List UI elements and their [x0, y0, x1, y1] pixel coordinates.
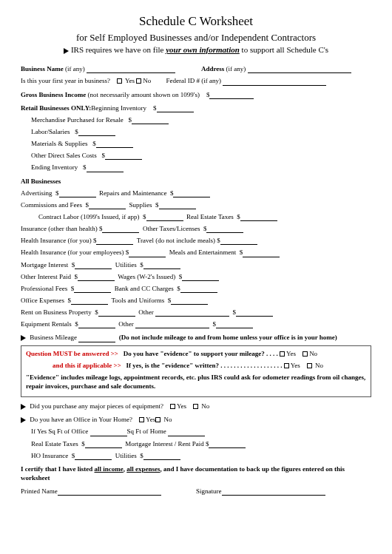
input-other-direct[interactable]: [105, 153, 142, 160]
input-repairs[interactable]: [173, 191, 210, 197]
input-other2-amt[interactable]: [216, 322, 253, 328]
input-federal-id[interactable]: [223, 79, 326, 86]
input-other-int[interactable]: [78, 274, 115, 281]
input-materials[interactable]: [96, 141, 133, 148]
lbl-no2: No: [309, 350, 317, 357]
input-supplies[interactable]: [159, 203, 196, 209]
lbl-labor: Labor/Salaries: [31, 128, 70, 135]
lbl-hi-emp: Health Insurance (for your employees): [21, 249, 124, 256]
cb-evidence-yes[interactable]: [280, 351, 285, 357]
input-labor[interactable]: [78, 129, 115, 136]
lbl-ending-inv: Ending Inventory: [31, 163, 78, 171]
input-advertising[interactable]: [59, 191, 96, 197]
input-rent-biz[interactable]: [98, 310, 135, 317]
row-major-equip: Did you purchase any major pieces of equ…: [21, 402, 371, 411]
input-tools[interactable]: [171, 298, 208, 305]
lbl-materials: Materials & Supplies: [31, 140, 88, 147]
lbl-yes4: Yes: [177, 402, 186, 410]
lbl-contract-labor: Contract Labor (1099's Issued, if app): [38, 213, 140, 220]
input-sqft-office[interactable]: [90, 430, 127, 436]
cb-written-no[interactable]: [307, 363, 312, 368]
input-beginning-inv[interactable]: [157, 106, 194, 112]
lbl-sqft-office: If Yes Sq Ft of Office: [31, 428, 88, 435]
lbl-biz-mileage: Business Mileage: [30, 334, 77, 341]
checkbox-first-year-no[interactable]: [136, 78, 141, 84]
lbl-if-any2: (if any): [224, 65, 246, 72]
tri-office-icon: [21, 417, 26, 423]
checkbox-first-year-yes[interactable]: [117, 78, 122, 84]
lbl-mort-rent: Mortgage Interest / Rent Paid: [125, 440, 203, 447]
lbl-repairs: Repairs and Maintenance: [99, 189, 166, 197]
lbl-other1: Other: [138, 308, 154, 316]
input-ins-other[interactable]: [102, 226, 139, 233]
lbl-office-home: Do you have an Office in Your Home?: [30, 416, 132, 423]
input-mileage[interactable]: [78, 336, 115, 342]
cert-exp: all expenses: [126, 465, 160, 473]
cb-equip-yes[interactable]: [170, 404, 175, 409]
input-other2-desc[interactable]: [135, 322, 209, 328]
input-address[interactable]: [248, 67, 351, 73]
lbl-tools: Tools and Uniforms: [111, 297, 164, 304]
lbl-other-direct: Other Direct Sales Costs: [31, 152, 97, 159]
lbl-yes2: Yes: [286, 350, 296, 357]
cb-office-yes[interactable]: [139, 417, 144, 422]
input-wages[interactable]: [182, 274, 219, 281]
input-utilities2[interactable]: [143, 453, 180, 460]
input-bank-cc[interactable]: [180, 286, 217, 293]
cb-written-yes[interactable]: [284, 363, 289, 368]
cb-office-no[interactable]: [155, 417, 160, 422]
lbl-other-int: Other Interest Paid: [21, 273, 71, 280]
input-ho-ins[interactable]: [75, 453, 112, 460]
input-sqft-home[interactable]: [168, 430, 205, 436]
hdr-all-businesses: All Businesses: [21, 177, 371, 186]
lbl-utilities: Utilities: [115, 261, 137, 268]
lbl-meals: Meals and Entertainment: [169, 249, 236, 256]
input-other-taxes[interactable]: [206, 226, 243, 233]
input-commissions[interactable]: [89, 203, 126, 209]
lbl-re-taxes: Real Estate Taxes: [186, 213, 234, 220]
row-office-home: Do you have an Office in Your Home? Yes …: [21, 415, 371, 424]
input-ending-inv[interactable]: [87, 166, 124, 172]
lbl-beginning-inv: Beginning Inventory: [91, 104, 146, 112]
input-printed-name[interactable]: [58, 489, 161, 496]
input-mort-int[interactable]: [75, 263, 112, 269]
input-office-exp[interactable]: [71, 298, 108, 305]
lbl-hi-you: Health Insurance (for you): [21, 237, 92, 244]
lbl-q-must: Question MUST be answered >>: [26, 350, 118, 357]
input-mort-rent[interactable]: [209, 442, 246, 448]
lbl-yes5: Yes: [146, 416, 155, 423]
input-contract-labor[interactable]: [146, 214, 183, 221]
lbl-yes3: Yes: [291, 362, 300, 369]
input-re-taxes[interactable]: [240, 214, 277, 221]
input-utilities[interactable]: [143, 263, 180, 269]
lbl-ins-other: Insurance (other than health): [21, 225, 98, 232]
lbl-first-year: Is this your first year in business?: [21, 77, 110, 84]
lbl-re-taxes2: Real Estate Taxes: [31, 440, 78, 447]
input-travel[interactable]: [220, 238, 257, 245]
certify: I certify that I have listed all income,…: [21, 465, 371, 482]
input-meals[interactable]: [243, 251, 280, 257]
input-merch[interactable]: [132, 118, 169, 124]
input-prof-fees[interactable]: [74, 286, 111, 293]
input-other1-amt[interactable]: [236, 310, 273, 317]
input-re-taxes2[interactable]: [85, 442, 122, 448]
tri-equip-icon: [21, 404, 26, 410]
input-signature[interactable]: [222, 489, 325, 496]
cert-pre: I certify that I have listed: [21, 465, 94, 473]
cert-income: all income: [94, 465, 123, 473]
input-business-name[interactable]: [87, 67, 175, 73]
section-retail: Retail Businesses ONLY:Beginning Invento…: [21, 104, 371, 112]
input-gross-income[interactable]: [209, 92, 254, 99]
lbl-business-name: Business Name: [21, 65, 64, 72]
lbl-bank-cc: Bank and CC Charges: [115, 285, 174, 292]
cb-equip-no[interactable]: [193, 404, 198, 409]
input-hi-you[interactable]: [96, 238, 133, 245]
irs-note: IRS requires we have on file your own in…: [21, 44, 371, 55]
input-other1-desc[interactable]: [155, 310, 229, 317]
cb-evidence-no[interactable]: [303, 351, 308, 357]
input-equip-rent[interactable]: [78, 322, 115, 328]
input-hi-emp[interactable]: [129, 251, 166, 257]
lbl-wages: Wages (W-2's Issued): [118, 273, 175, 280]
lbl-printed-name: Printed Name: [21, 487, 58, 495]
tri-mileage-icon: [21, 335, 26, 341]
